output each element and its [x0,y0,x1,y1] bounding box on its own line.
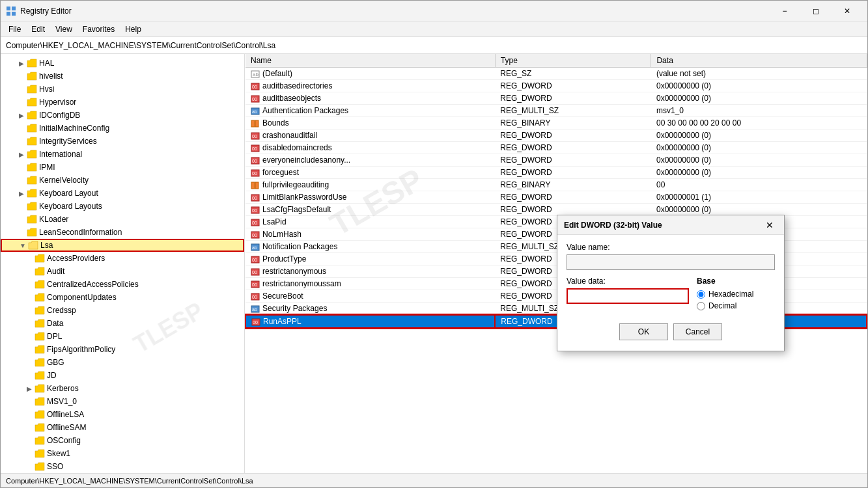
edit-dword-dialog: Edit DWORD (32-bit) Value ✕ Value name: … [557,215,785,351]
value-data-label: Value data: [567,277,689,286]
decimal-radio-row: Decimal [697,301,775,310]
base-label: Base [697,277,775,286]
hexadecimal-radio[interactable] [697,290,705,299]
base-wrap: Base Hexadecimal Decimal [697,277,775,313]
cancel-button[interactable]: Cancel [673,323,722,340]
decimal-radio[interactable] [697,302,705,310]
dialog-body: Value name: Value data: Base Hexadecimal [557,235,784,351]
value-data-input[interactable] [567,288,689,304]
dialog-overlay: Edit DWORD (32-bit) Value ✕ Value name: … [1,54,867,473]
value-name-input[interactable] [567,254,775,270]
dialog-data-row: Value data: Base Hexadecimal Decim [567,277,775,313]
decimal-label[interactable]: Decimal [708,301,736,310]
dialog-title-text: Edit DWORD (32-bit) Value [564,221,662,230]
value-data-wrap: Value data: [567,277,689,313]
hexadecimal-label[interactable]: Hexadecimal [708,290,753,299]
dialog-buttons: OK Cancel [567,321,775,343]
hexadecimal-radio-row: Hexadecimal [697,290,775,299]
ok-button[interactable]: OK [619,323,668,340]
dialog-close-button[interactable]: ✕ [762,219,777,232]
value-name-label: Value name: [567,243,775,252]
dialog-title-bar: Edit DWORD (32-bit) Value ✕ [557,215,784,235]
